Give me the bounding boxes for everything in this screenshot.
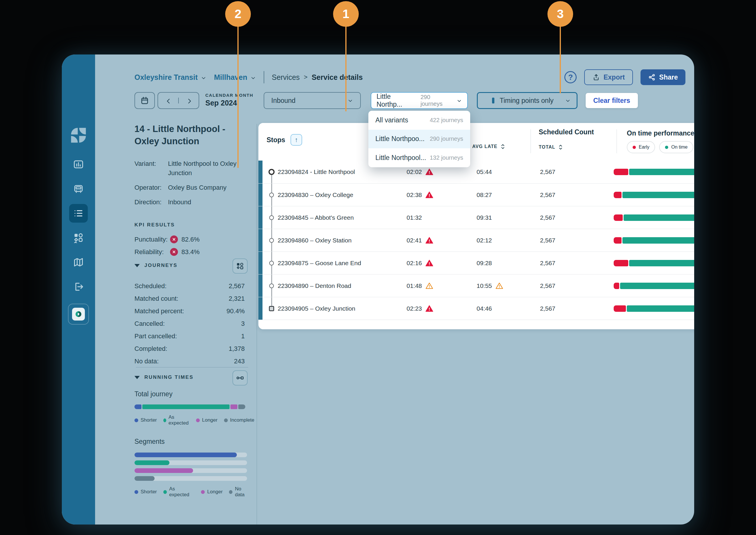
breadcrumb-services-link[interactable]: Services xyxy=(272,73,300,82)
app-launcher-icon xyxy=(72,308,85,321)
detail-value: Oxley Bus Company xyxy=(168,183,251,192)
kpi-section: KPI RESULTS Punctuality:82.6%Reliability… xyxy=(135,222,251,256)
detail-label: Variant: xyxy=(135,159,168,178)
avg-late-value: 10:55 xyxy=(477,282,492,289)
table-row[interactable]: 223094875 – Goose Lane End02:1609:282,56… xyxy=(258,251,694,274)
variant-select[interactable]: Little Northp... 290 journeys xyxy=(371,92,468,109)
otp-legend-pill[interactable]: Early xyxy=(627,141,655,153)
variant-option-count: 422 journeys xyxy=(430,117,463,124)
share-button[interactable]: Share xyxy=(641,70,685,85)
variant-menu-item[interactable]: Little Northpoo...290 journeys xyxy=(368,130,470,149)
legend-label: On time xyxy=(671,145,687,150)
journeys-heading: JOURNEYS xyxy=(144,263,178,268)
segment-track xyxy=(135,468,247,473)
calendar-button[interactable] xyxy=(135,92,155,109)
calendar-icon xyxy=(140,96,149,105)
variant-count: 290 journeys xyxy=(421,94,452,107)
chevron-left-icon xyxy=(165,98,171,103)
chevron-down-icon xyxy=(250,74,256,80)
sidebar-item-logout[interactable] xyxy=(69,277,88,296)
stops-table-card: Stops ↑ AVG LATE Scheduled Count TOTAL O… xyxy=(258,123,694,329)
table-row[interactable]: 223094890 – Denton Road01:4810:552,567 xyxy=(258,274,694,297)
journeys-header[interactable]: JOURNEYS xyxy=(135,263,251,268)
clear-filters-button[interactable]: Clear filters xyxy=(586,93,638,108)
variant-menu-item[interactable]: All variants422 journeys xyxy=(368,111,470,130)
sidebar-item-list[interactable] xyxy=(69,204,88,223)
avg-early-cell: 02:38 xyxy=(407,191,433,199)
kpi-row: Punctuality:82.6% xyxy=(135,236,251,243)
callout-1: 1 xyxy=(333,1,359,27)
variant-option-label: Little Northpoo... xyxy=(376,135,425,143)
kpi-value: 83.4% xyxy=(181,248,199,256)
table-row[interactable]: 223094860 – Oxley Station02:4102:122,567 xyxy=(258,229,694,251)
segment-fill xyxy=(135,476,155,481)
otp-bar xyxy=(614,305,694,312)
timing-point-icon xyxy=(491,97,496,104)
avg-late-cell: 08:27 xyxy=(477,191,492,198)
sidebar-item-map[interactable] xyxy=(69,253,88,271)
next-month-button[interactable] xyxy=(179,98,199,103)
timing-points-value: Timing points only xyxy=(499,97,554,105)
stat-label: Matched count: xyxy=(135,295,178,302)
sidebar-item-bar-chart[interactable] xyxy=(69,155,88,174)
stops-sort-button[interactable]: ↑ xyxy=(290,134,302,146)
export-button[interactable]: Export xyxy=(584,70,633,85)
org-selector[interactable]: Oxleyshire Transit xyxy=(135,73,206,82)
help-button[interactable]: ? xyxy=(564,71,577,83)
segment-fill xyxy=(135,461,169,465)
breadcrumb: Oxleyshire Transit Millhaven Services > … xyxy=(135,68,363,87)
app-window: Oxleyshire Transit Millhaven Services > … xyxy=(62,54,694,524)
scheduled-total-cell: 2,567 xyxy=(517,237,555,244)
region-name: Millhaven xyxy=(214,73,247,82)
stop-label: 223094860 – Oxley Station xyxy=(278,237,351,244)
table-row[interactable]: 223094824 - Little Northpool02:0205:442,… xyxy=(258,160,694,183)
stat-label: Cancelled: xyxy=(135,320,165,327)
running-times-header[interactable]: RUNNING TIMES xyxy=(135,375,251,380)
stop-marker-mid xyxy=(269,284,274,288)
export-label: Export xyxy=(603,73,625,81)
sidebar-item-shapes[interactable] xyxy=(69,228,88,247)
desktop-background: Oxleyshire Transit Millhaven Services > … xyxy=(0,0,756,535)
timing-points-select[interactable]: Timing points only xyxy=(477,92,578,109)
callout-2: 2 xyxy=(225,1,251,27)
avg-late-cell: 02:12 xyxy=(477,237,492,244)
kpi-row: Reliability:83.4% xyxy=(135,248,251,256)
link-icon xyxy=(236,374,244,382)
legend-label: Incomplete xyxy=(230,417,254,423)
warning-icon xyxy=(426,168,433,176)
table-row[interactable]: 223094830 – Oxley College02:3808:272,567 xyxy=(258,183,694,206)
kpi-heading: KPI RESULTS xyxy=(135,222,251,228)
avg-late-column-header[interactable]: AVG LATE xyxy=(472,143,505,150)
scheduled-total-cell: 2,567 xyxy=(517,260,555,267)
chevron-down-icon xyxy=(348,98,353,103)
variant-menu-item[interactable]: Little Northpool...132 journeys xyxy=(368,148,470,167)
otp-legend-pill[interactable]: On time xyxy=(659,141,693,153)
header-divider xyxy=(617,129,617,153)
table-row[interactable]: 223094845 – Abbot's Green01:3209:312,567 xyxy=(258,206,694,229)
table-row[interactable]: 223094905 – Oxley Junction02:2304:462,56… xyxy=(258,297,694,320)
variant-option-label: All variants xyxy=(376,116,408,124)
avg-late-cell: 10:55 xyxy=(477,282,503,290)
stat-value: 1 xyxy=(241,332,251,340)
service-info-panel: 14 - Little Northpool - Oxley Junction V… xyxy=(135,123,251,256)
scheduled-total-cell: 2,567 xyxy=(517,191,555,198)
avg-early-value: 02:16 xyxy=(407,260,422,267)
running-times-link-button[interactable] xyxy=(232,370,248,385)
sidebar-item-bus[interactable] xyxy=(69,180,88,198)
region-selector[interactable]: Millhaven xyxy=(214,73,256,82)
segment-track xyxy=(135,461,247,465)
total-journey-bar xyxy=(135,405,247,409)
legend-item: Shorter xyxy=(135,486,157,498)
otp-bar-segment-on_time xyxy=(623,214,694,221)
table-body: 223094824 - Little Northpool02:0205:442,… xyxy=(258,160,694,320)
stat-value: 3 xyxy=(241,320,251,327)
detail-value: Little Northpool to Oxley Junction xyxy=(168,159,251,178)
total-column-header[interactable]: TOTAL xyxy=(539,144,563,150)
journeys-matrix-button[interactable] xyxy=(232,259,248,274)
app-launcher-button[interactable] xyxy=(68,304,89,324)
segments-label: Segments xyxy=(135,438,251,445)
table-header: Stops ↑ AVG LATE Scheduled Count TOTAL O… xyxy=(258,123,694,160)
previous-month-button[interactable] xyxy=(158,98,179,103)
table-footer xyxy=(258,320,694,329)
avg-late-cell: 09:28 xyxy=(477,260,492,267)
